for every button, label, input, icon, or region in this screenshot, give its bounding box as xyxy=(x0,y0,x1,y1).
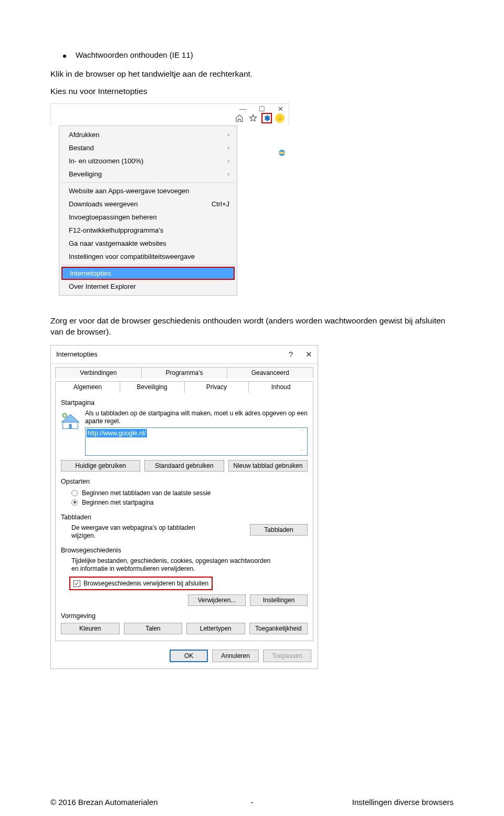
menu-item-downloads[interactable]: Downloads weergevenCtrl+J xyxy=(60,197,236,211)
svg-point-7 xyxy=(63,413,67,417)
menu-separator xyxy=(61,182,235,183)
ie-tools-menu: Afdrukken › Bestand › In- en uitzoomen (… xyxy=(59,125,237,296)
startpagina-desc: Als u tabbladen op de startpagina wilt m… xyxy=(85,410,308,425)
page-footer: © 2016 Brezan Automaterialen - Instellin… xyxy=(50,798,454,807)
tab-inhoud[interactable]: Inhoud xyxy=(248,381,313,393)
window-minimize-icon[interactable]: — xyxy=(239,105,246,114)
window-maximize-icon[interactable]: ☐ xyxy=(259,105,265,114)
tabs-row-front: Algemeen Beveiliging Privacy Inhoud xyxy=(51,378,318,393)
homepage-url-value: http://www.google.nl/ xyxy=(87,429,147,437)
section-browsegeschiedenis: Browsegeschiedenis xyxy=(61,547,308,554)
paragraph-2: Kies nu voor Internetopties xyxy=(50,86,454,97)
section-tabbladen: Tabbladen xyxy=(61,514,308,521)
tab-algemeen[interactable]: Algemeen xyxy=(55,381,120,393)
internet-options-dialog: Internetopties ? ✕ Verbindingen Programm… xyxy=(50,345,318,669)
ie-menu-screenshot: — ☐ ✕ xyxy=(50,103,289,296)
dialog-titlebar: Internetopties ? ✕ xyxy=(51,346,318,363)
gear-icon[interactable] xyxy=(261,113,272,123)
menu-item-compat[interactable]: Instellingen voor compatibiliteitsweerga… xyxy=(60,250,236,263)
menu-item-ga-naar[interactable]: Ga naar vastgemaakte websites xyxy=(60,237,236,250)
menu-item-over-ie[interactable]: Over Internet Explorer xyxy=(60,280,236,293)
tab-programmas[interactable]: Programma's xyxy=(141,367,228,378)
radio-unchecked-icon xyxy=(71,490,78,496)
checkbox-checked-icon: ✓ xyxy=(74,580,80,587)
tab-geavanceerd[interactable]: Geavanceerd xyxy=(227,367,313,378)
talen-button[interactable]: Talen xyxy=(124,623,183,634)
footer-left: © 2016 Brezan Automaterialen xyxy=(50,798,158,807)
svg-point-0 xyxy=(278,117,279,118)
scrollbar-icon[interactable]: ˄˅ xyxy=(298,429,306,454)
toegankelijkheid-button[interactable]: Toegankelijkheid xyxy=(249,623,308,634)
instellingen-button[interactable]: Instellingen xyxy=(250,594,308,606)
star-icon[interactable] xyxy=(248,113,258,123)
ok-button[interactable]: OK xyxy=(170,650,208,662)
close-icon[interactable]: ✕ xyxy=(306,350,312,359)
bullet-dot-icon xyxy=(63,55,66,58)
ie-window-titlebar: — ☐ ✕ xyxy=(50,103,289,125)
chevron-right-icon: › xyxy=(227,131,229,138)
menu-item-zoom[interactable]: In- en uitzoomen (100%) › xyxy=(60,154,236,168)
toepassen-button[interactable]: Toepassen xyxy=(263,650,311,662)
section-vormgeving: Vormgeving xyxy=(61,612,308,620)
homepage-url-input[interactable]: http://www.google.nl/ ˄˅ xyxy=(85,427,308,456)
kleuren-button[interactable]: Kleuren xyxy=(61,623,120,634)
ie-app-icon xyxy=(278,149,286,159)
window-close-icon[interactable]: ✕ xyxy=(278,105,284,114)
tabbladen-desc: De weergave van webpagina's op tabbladen… xyxy=(61,524,218,540)
svg-marker-5 xyxy=(62,414,79,422)
tab-privacy[interactable]: Privacy xyxy=(184,381,249,393)
menu-item-apps-weergave[interactable]: Website aan Apps-weergave toevoegen xyxy=(60,184,236,197)
menu-item-bestand[interactable]: Bestand › xyxy=(60,141,236,154)
paragraph-1: Klik in de browser op het tandwieltje aa… xyxy=(50,69,454,80)
menu-separator xyxy=(61,265,235,265)
verwijderen-button[interactable]: Verwijderen... xyxy=(188,594,246,606)
huidige-gebruiken-button[interactable]: Huidige gebruiken xyxy=(61,460,140,472)
menu-item-afdrukken[interactable]: Afdrukken › xyxy=(60,128,236,141)
tab-verbindingen[interactable]: Verbindingen xyxy=(55,367,142,378)
nieuw-tabblad-gebruiken-button[interactable]: Nieuw tabblad gebruiken xyxy=(228,460,308,472)
delete-history-checkbox-row[interactable]: ✓ Browsegeschiedenis verwijderen bij afs… xyxy=(69,577,213,590)
svg-point-3 xyxy=(279,152,285,154)
standaard-gebruiken-button[interactable]: Standaard gebruiken xyxy=(144,460,224,472)
dialog-title: Internetopties xyxy=(56,350,98,358)
chevron-right-icon: › xyxy=(227,171,229,177)
home-icon[interactable] xyxy=(234,113,245,123)
footer-right: Instellingen diverse browsers xyxy=(352,798,454,807)
menu-item-invoegtoepassingen[interactable]: Invoegtoepassingen beheren xyxy=(60,211,236,224)
home-page-icon xyxy=(61,412,80,431)
tab-beveiliging[interactable]: Beveiliging xyxy=(120,381,185,393)
menu-item-internetopties[interactable]: Internetopties xyxy=(61,267,235,280)
radio-startpagina[interactable]: Beginnen met startpagina xyxy=(61,498,308,507)
section-startpagina: Startpagina xyxy=(61,399,308,406)
tabbladen-button[interactable]: Tabbladen xyxy=(250,524,308,536)
bullet-heading: Wachtwoorden onthouden (IE 11) xyxy=(50,50,454,59)
section-opstarten: Opstarten xyxy=(61,478,308,485)
chevron-right-icon: › xyxy=(227,158,229,164)
svg-rect-6 xyxy=(69,424,71,428)
footer-mid: - xyxy=(251,798,254,807)
radio-checked-icon xyxy=(71,499,78,506)
smiley-icon[interactable] xyxy=(275,113,285,123)
chevron-right-icon: › xyxy=(227,144,229,151)
browsegeschiedenis-desc: Tijdelijke bestanden, geschiedenis, cook… xyxy=(61,557,271,573)
radio-last-session[interactable]: Beginnen met tabbladen van de laatste se… xyxy=(61,488,308,498)
tabs-row-back: Verbindingen Programma's Geavanceerd xyxy=(51,364,318,378)
annuleren-button[interactable]: Annuleren xyxy=(212,650,259,662)
menu-item-f12[interactable]: F12-ontwikkelhulpprogramma's xyxy=(60,224,236,237)
svg-point-1 xyxy=(280,117,281,118)
bullet-title: Wachtwoorden onthouden (IE 11) xyxy=(76,50,193,59)
menu-item-beveiliging[interactable]: Beveiliging › xyxy=(60,168,236,181)
lettertypen-button[interactable]: Lettertypen xyxy=(186,623,245,634)
paragraph-3: Zorg er voor dat de browser geschiedenis… xyxy=(50,316,454,338)
help-icon[interactable]: ? xyxy=(289,350,293,359)
